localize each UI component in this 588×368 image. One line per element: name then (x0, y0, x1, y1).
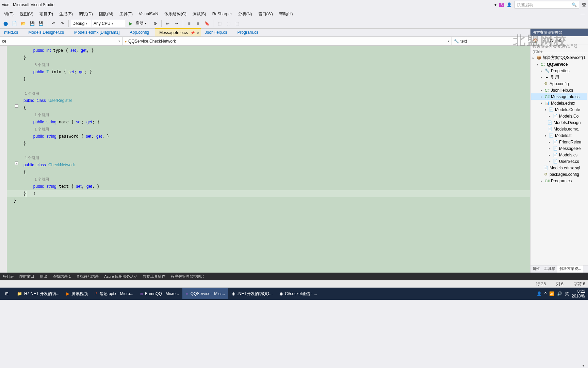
prop-tab-properties[interactable]: 属性 (530, 265, 542, 273)
solution-tree[interactable]: ▸📦解决方案"QQService"(1 ▾C#QQService ▸🔧Prope… (530, 53, 588, 265)
btab-immediate[interactable]: 即时窗口 (17, 273, 37, 280)
save-button[interactable]: 💾 (28, 19, 36, 28)
tree-models-co[interactable]: ▸📄Models.Co (531, 113, 587, 119)
uncomment-button[interactable]: ≡ (194, 19, 202, 28)
tree-properties[interactable]: ▸🔧Properties (531, 67, 587, 74)
start-button[interactable]: ▶ (127, 19, 135, 28)
btab-packagemanager[interactable]: 程序包管理器控制台 (168, 273, 207, 280)
menu-project[interactable]: 项目(P) (37, 11, 56, 18)
btab-datatools[interactable]: 数据工具操作 (140, 273, 168, 280)
open-button[interactable]: 📂 (19, 19, 27, 28)
tree-friendrelea[interactable]: ▸📄FriendRelea (531, 139, 587, 145)
save-all-button[interactable]: 💾 (37, 19, 45, 28)
btab-findsymbol[interactable]: 查找符号结果 (74, 273, 101, 280)
tree-packages[interactable]: ⚙packages.config (531, 171, 587, 178)
code-editor[interactable]: public int type { set; get; } } 3 个引用 pu… (7, 46, 583, 274)
menu-view[interactable]: 视图(V) (17, 11, 36, 18)
tree-models-context[interactable]: ▾📄Models.Conte (531, 106, 587, 113)
nav-class-dropdown[interactable]: ⬥QQService.CheckNetwork▾ (122, 37, 452, 45)
notification-badge[interactable]: 5 (499, 3, 504, 7)
menu-help[interactable]: 帮助(H) (276, 11, 296, 18)
network-icon[interactable]: 📶 (549, 291, 554, 296)
prop-tab-solution[interactable]: 解决方案资... (557, 265, 583, 273)
bookmark-button[interactable]: 🔖 (203, 19, 211, 28)
ime-indicator[interactable]: 英 (565, 291, 569, 297)
tree-models-designer[interactable]: 📄Models.Design (531, 119, 587, 126)
tree-references[interactable]: ▸▪▪引用 (531, 74, 587, 80)
task-tencent[interactable]: ▶腾讯视频 (63, 288, 91, 299)
btab-output[interactable]: 输出 (37, 273, 50, 280)
tree-solution-root[interactable]: ▸📦解决方案"QQService"(1 (531, 55, 587, 61)
prop-tab-toolbox[interactable]: 工具箱 (542, 265, 557, 273)
task-ppt[interactable]: P笔记.pptx - Micro... (91, 288, 137, 299)
flag-icon[interactable]: ▾ (494, 2, 496, 7)
nav-prev-button[interactable]: ⬚ (215, 19, 224, 28)
task-vs2[interactable]: ⧈QQService - Micr... (182, 288, 228, 299)
tree-models-cs[interactable]: ▸📄Models.cs (531, 152, 587, 158)
tree-models-sql[interactable]: 📄Models.edmx.sql (531, 165, 587, 171)
menu-team[interactable]: 团队(M) (96, 11, 116, 18)
redo-button[interactable]: ↷ (58, 19, 66, 28)
menu-tools[interactable]: 工具(T) (117, 11, 135, 18)
task-explorer[interactable]: 📁H:\.NET 开发的访... (14, 288, 63, 299)
menu-window[interactable]: 窗口(W) (256, 11, 276, 18)
menu-visualsvn[interactable]: VisualSVN (136, 11, 161, 17)
quick-launch-input[interactable]: 快速启动 🔍 (514, 1, 579, 9)
tree-models-tt[interactable]: ▾📄Models.tt (531, 132, 587, 139)
start-button[interactable]: ⊞ (0, 288, 14, 300)
new-file-button[interactable]: 📄 (10, 19, 18, 28)
menu-resharper[interactable]: ReSharper (210, 11, 235, 17)
tray-clock[interactable]: 8:22 2018/6/ (572, 289, 585, 299)
tree-messagese[interactable]: ▸📄MessageSe (531, 145, 587, 152)
system-tray[interactable]: 👤 ^ 📶 🔊 英 8:22 2018/6/ (534, 289, 588, 299)
tree-messageinfo[interactable]: ▸C#MessageInfo.cs (531, 93, 587, 100)
minimize-button[interactable]: — (578, 10, 587, 18)
config-dropdown[interactable]: Debug▾ (71, 20, 91, 27)
task-chrome1[interactable]: ◉.NET开发的访QQ... (228, 288, 276, 299)
tree-program[interactable]: ▸C#Program.cs (531, 178, 587, 184)
signin-label[interactable]: 登 (582, 2, 586, 8)
comment-button[interactable]: ≡ (185, 19, 193, 28)
indent-decrease-button[interactable]: ⇤ (164, 19, 172, 28)
feedback-icon[interactable]: 👤 (507, 2, 512, 7)
menu-debug[interactable]: 调试(D) (76, 11, 96, 18)
volume-icon[interactable]: 🔊 (557, 291, 562, 296)
btab-find1[interactable]: 查找结果 1 (50, 273, 74, 280)
nav-next-button[interactable]: ⬚ (224, 19, 232, 28)
task-chrome2[interactable]: ◉C#socket通信 - ... (276, 288, 321, 299)
indent-increase-button[interactable]: ⇥ (173, 19, 181, 28)
btab-tasklist[interactable]: 务列表 (0, 273, 17, 280)
step-button[interactable]: ⚙ (151, 19, 159, 28)
menu-build[interactable]: 生成(B) (56, 11, 76, 18)
scroll-down-button[interactable]: ▾ (583, 363, 584, 368)
tab-models-edmx[interactable]: Models.edmx [Diagram1] (70, 28, 126, 36)
task-vs1[interactable]: ⧈BamnQQ - Micro... (137, 288, 182, 299)
fold-toggle-button[interactable]: − (15, 162, 18, 165)
people-icon[interactable]: 👤 (537, 291, 542, 296)
start-label[interactable]: 启动 (135, 20, 144, 26)
menu-test[interactable]: 测试(S) (190, 11, 209, 18)
undo-button[interactable]: ↶ (49, 19, 58, 28)
btab-azure[interactable]: Azure 应用服务活动 (101, 273, 140, 280)
close-icon[interactable]: ✕ (197, 31, 199, 35)
tree-project[interactable]: ▾C#QQService (531, 61, 587, 67)
menu-edit[interactable]: 辑(E) (1, 11, 16, 18)
back-button[interactable]: ⬤ (1, 19, 10, 28)
tree-appconfig[interactable]: ⚙App.config (531, 80, 587, 87)
nav-last-button[interactable]: ⬚ (233, 19, 241, 28)
tree-models-edmx2[interactable]: 📄Models.edmx. (531, 126, 587, 132)
tab-jsonhelp[interactable]: JsonHelp.cs (201, 28, 233, 36)
tray-up-icon[interactable]: ^ (544, 291, 546, 296)
tab-ntext[interactable]: ntext.cs (0, 28, 24, 36)
tree-jsonhelp[interactable]: ▸C#JsonHelp.cs (531, 87, 587, 93)
menu-analyze[interactable]: 分析(N) (235, 11, 255, 18)
platform-dropdown[interactable]: Any CPU▾ (92, 20, 126, 27)
fold-toggle-button[interactable]: − (15, 104, 18, 108)
tree-userset[interactable]: ▸📄UserSet.cs (531, 158, 587, 165)
tree-models-edmx[interactable]: ▾📊Models.edmx (531, 100, 587, 106)
tab-models-designer[interactable]: Models.Designer.cs (24, 28, 70, 36)
tab-program[interactable]: Program.cs (233, 28, 264, 36)
nav-project-dropdown[interactable]: ce▾ (0, 37, 122, 45)
tab-messageinfo[interactable]: MessageInfo.cs📌✕ (155, 28, 201, 36)
menu-architecture[interactable]: 体系结构(C) (162, 11, 189, 18)
